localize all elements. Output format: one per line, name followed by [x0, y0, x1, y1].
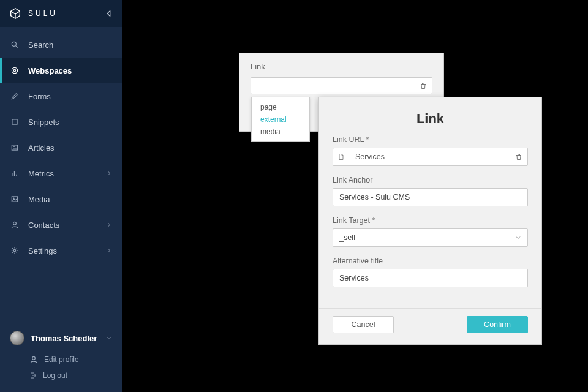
- square-icon: [10, 118, 20, 126]
- chevron-right-icon: [105, 221, 113, 228]
- sidebar-item-label: Articles: [28, 143, 55, 153]
- confirm-button[interactable]: Confirm: [467, 316, 528, 333]
- field-alternative-title: Alternative title: [333, 257, 528, 287]
- modal-title: Link: [319, 111, 541, 127]
- sidebar-item-media[interactable]: Media: [0, 186, 123, 212]
- sidebar-item-snippets[interactable]: Snippets: [0, 109, 123, 135]
- sidebar-item-label: Settings: [28, 246, 57, 255]
- sidebar-item-contacts[interactable]: Contacts: [0, 212, 123, 238]
- field-link-target: Link Target *: [333, 216, 528, 247]
- target-icon: [10, 66, 20, 75]
- label-link-target: Link Target *: [333, 216, 528, 225]
- user-icon: [29, 355, 38, 364]
- label-alternative-title: Alternative title: [333, 257, 528, 265]
- sidebar-item-forms[interactable]: Forms: [0, 83, 123, 109]
- svg-point-2: [13, 69, 16, 72]
- svg-point-8: [13, 249, 16, 252]
- chevron-down-icon: [105, 334, 113, 342]
- user-icon: [10, 221, 20, 229]
- sidebar-item-label: Forms: [28, 92, 51, 101]
- chevron-right-icon: [105, 170, 113, 177]
- field-link-url: Link URL * Services: [333, 135, 528, 166]
- svg-rect-3: [12, 119, 17, 124]
- user-menu-label: Edit profile: [44, 355, 79, 364]
- sidebar: SULU SearchWebspacesFormsSnippetsArticle…: [0, 0, 123, 392]
- sidebar-item-settings[interactable]: Settings: [0, 238, 123, 263]
- sidebar-header: SULU: [0, 0, 123, 27]
- link-type-option-external[interactable]: external: [252, 113, 309, 126]
- modal-body: Link URL * Services Link Anchor: [319, 135, 541, 308]
- sidebar-item-articles[interactable]: Articles: [0, 135, 123, 160]
- sidebar-item-label: Metrics: [28, 169, 54, 178]
- cancel-button[interactable]: Cancel: [333, 316, 394, 333]
- brand-logo-icon: [9, 7, 22, 20]
- image-icon: [10, 195, 20, 203]
- sidebar-item-label: Search: [28, 40, 53, 50]
- label-link-anchor: Link Anchor: [333, 176, 528, 184]
- link-modal: Link Link URL * Services: [318, 97, 542, 345]
- trash-icon[interactable]: [420, 82, 427, 89]
- chevron-right-icon: [105, 247, 113, 254]
- brand[interactable]: SULU: [9, 7, 58, 20]
- label-link-url: Link URL *: [333, 135, 528, 144]
- modal-footer: Cancel Confirm: [319, 308, 541, 344]
- mini-link-url-input[interactable]: pageexternalmedia: [251, 77, 432, 94]
- link-type-option-media[interactable]: media: [252, 126, 309, 138]
- trash-icon[interactable]: [515, 153, 522, 160]
- main-area: Link pageexternalmedia Link Link URL *: [123, 0, 588, 392]
- link-url-value: Services: [349, 153, 527, 161]
- sidebar-item-label: Contacts: [28, 221, 59, 230]
- link-target-select[interactable]: [333, 228, 528, 247]
- mini-panel-title: Link: [251, 62, 432, 71]
- news-icon: [10, 143, 20, 152]
- modal-header: Link: [319, 97, 541, 135]
- sidebar-item-label: Webspaces: [28, 66, 72, 75]
- nav: SearchWebspacesFormsSnippetsArticlesMetr…: [0, 27, 123, 325]
- link-url-input[interactable]: Services: [333, 148, 528, 166]
- link-type-dropdown: pageexternalmedia: [251, 97, 310, 142]
- search-icon: [10, 40, 20, 49]
- user-menu-toggle[interactable]: Thomas Schedler: [0, 325, 123, 352]
- sidebar-footer: Thomas Schedler Edit profileLog out: [0, 325, 123, 392]
- sidebar-item-label: Snippets: [28, 118, 59, 127]
- sidebar-item-label: Media: [28, 195, 50, 204]
- user-menu-edit-profile[interactable]: Edit profile: [0, 352, 123, 368]
- user-menu-label: Log out: [43, 371, 67, 380]
- alternative-title-input[interactable]: [333, 269, 528, 287]
- user-menu-log-out[interactable]: Log out: [0, 368, 123, 383]
- gear-icon: [10, 246, 20, 255]
- sidebar-item-metrics[interactable]: Metrics: [0, 160, 123, 186]
- user-name: Thomas Schedler: [31, 334, 97, 343]
- link-type-option-page[interactable]: page: [252, 101, 309, 113]
- svg-point-9: [32, 356, 36, 360]
- link-anchor-input[interactable]: [333, 188, 528, 206]
- svg-point-1: [12, 67, 17, 73]
- sidebar-item-webspaces[interactable]: Webspaces: [0, 58, 123, 83]
- sidebar-item-search[interactable]: Search: [0, 32, 123, 58]
- bars-icon: [10, 169, 20, 178]
- brand-name: SULU: [28, 9, 58, 18]
- pencil-icon: [10, 92, 20, 100]
- collapse-sidebar-icon[interactable]: [104, 9, 114, 18]
- svg-point-0: [12, 42, 16, 46]
- avatar: [10, 331, 24, 345]
- svg-point-7: [13, 222, 17, 225]
- logout-icon: [29, 372, 37, 379]
- field-link-anchor: Link Anchor: [333, 176, 528, 206]
- document-icon: [333, 148, 349, 165]
